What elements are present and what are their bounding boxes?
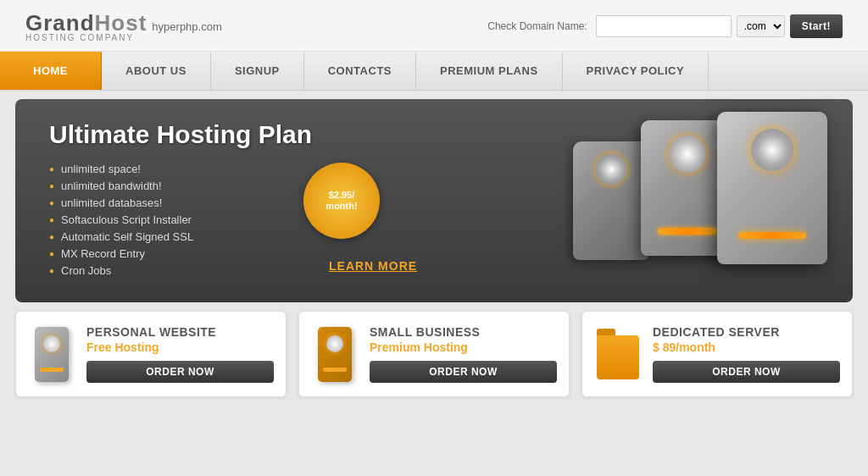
logo: GrandHost hyperphp.com HOSTING COMPANY (25, 10, 222, 42)
card-text-dedicated: DEDICATED SERVER $ 89/month ORDER NOW (653, 325, 840, 383)
nav-item-about[interactable]: ABOUT US (102, 52, 211, 90)
nav-item-signup[interactable]: SIGNUP (211, 52, 304, 90)
list-item: ●Cron Jobs (49, 264, 819, 277)
price-badge: $2.95/ month! (303, 163, 380, 239)
logo-hyperphp: hyperphp.com (152, 20, 221, 33)
card-text-personal: PERSONAL WEBSITE Free Hosting ORDER NOW (86, 325, 274, 383)
card-title-business: SMALL BUSINESS (370, 325, 557, 339)
list-item: ●unlimited databases! (49, 196, 819, 209)
hero-title: Ultimate Hosting Plan (49, 120, 819, 149)
card-title-personal: PERSONAL WEBSITE (86, 325, 274, 339)
nav-item-home[interactable]: HOME (0, 52, 102, 90)
nav-item-premium[interactable]: PREMIUM PLANS (416, 52, 563, 90)
card-icon-business (311, 327, 358, 382)
card-dedicated: DEDICATED SERVER $ 89/month ORDER NOW (581, 311, 853, 397)
order-button-business[interactable]: ORDER NOW (370, 361, 557, 383)
bullet-icon: ● (49, 266, 54, 275)
order-button-personal[interactable]: ORDER NOW (86, 361, 274, 383)
card-title-dedicated: DEDICATED SERVER (653, 325, 840, 339)
folder-icon (597, 329, 639, 379)
main-nav: HOME ABOUT US SIGNUP CONTACTS PREMIUM PL… (0, 52, 868, 91)
card-subtitle-personal: Free Hosting (86, 340, 274, 354)
bullet-icon: ● (49, 181, 54, 191)
order-button-dedicated[interactable]: ORDER NOW (653, 361, 840, 383)
list-item: ●Automatic Self Signed SSL (49, 230, 819, 243)
card-business: SMALL BUSINESS Premium Hosting ORDER NOW (298, 311, 570, 397)
card-subtitle-business: Premium Hosting (370, 340, 557, 354)
domain-check-form: Check Domain Name: .com .net .org .info … (487, 14, 843, 38)
card-text-business: SMALL BUSINESS Premium Hosting ORDER NOW (370, 325, 557, 383)
domain-check-label: Check Domain Name: (487, 20, 587, 32)
bullet-icon: ● (49, 198, 54, 208)
tower-icon (318, 327, 352, 382)
domain-tld-select[interactable]: .com .net .org .info (737, 15, 785, 37)
header: GrandHost hyperphp.com HOSTING COMPANY C… (0, 0, 868, 52)
nav-item-privacy[interactable]: PRIVACY POLICY (563, 52, 709, 90)
bullet-icon: ● (49, 164, 54, 174)
card-icon-dedicated (594, 329, 641, 379)
card-icon-personal (28, 327, 75, 382)
nav-item-contacts[interactable]: CONTACTS (304, 52, 416, 90)
hero-content: Ultimate Hosting Plan ●unlimited space! … (15, 99, 853, 302)
card-personal: PERSONAL WEBSITE Free Hosting ORDER NOW (15, 311, 287, 397)
bullet-icon: ● (49, 215, 54, 224)
price-text: $2.95/ (329, 190, 355, 201)
start-button[interactable]: Start! (790, 14, 843, 38)
domain-input[interactable] (596, 15, 732, 37)
hero-banner: Ultimate Hosting Plan ●unlimited space! … (15, 99, 853, 302)
bullet-icon: ● (49, 249, 54, 258)
price-month: month! (326, 201, 357, 212)
card-subtitle-dedicated: $ 89/month (653, 340, 840, 354)
list-item: ●Softaculous Script Installer (49, 213, 819, 226)
bullet-icon: ● (49, 232, 54, 241)
hero-feature-list: ●unlimited space! ●unlimited bandwidth! … (49, 163, 819, 277)
product-cards: PERSONAL WEBSITE Free Hosting ORDER NOW … (15, 311, 853, 397)
list-item: ●MX Record Entry (49, 247, 819, 260)
tower-icon (35, 327, 69, 382)
list-item: ●unlimited space! (49, 163, 819, 175)
logo-area: GrandHost hyperphp.com HOSTING COMPANY (25, 10, 222, 42)
logo-sub: HOSTING COMPANY (25, 33, 222, 42)
list-item: ●unlimited bandwidth! (49, 180, 819, 192)
